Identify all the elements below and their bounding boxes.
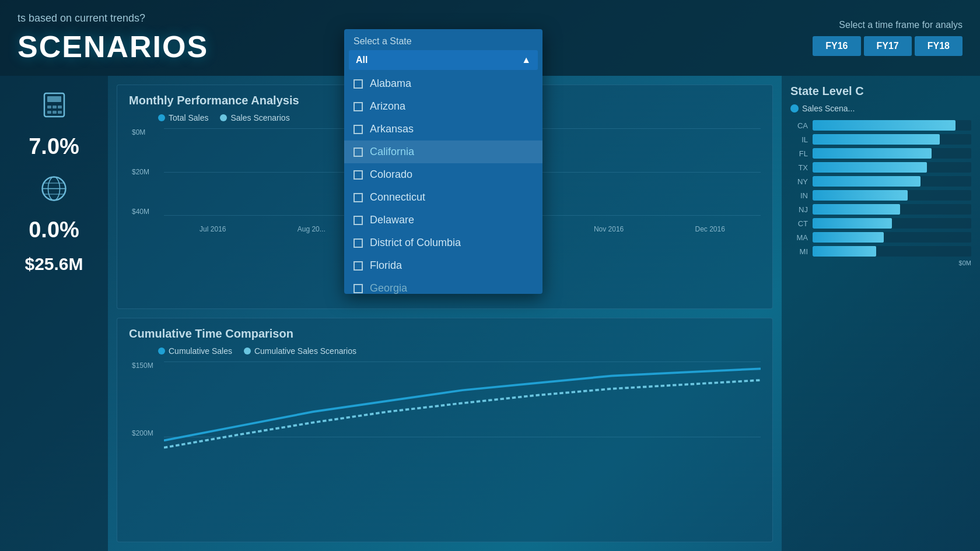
checkbox-arkansas[interactable] (354, 125, 363, 134)
state-text-colorado: Colorado (370, 169, 412, 181)
state-text-delaware: Delaware (370, 214, 414, 226)
dropdown-selected-value: All (356, 55, 522, 65)
state-text-arizona: Arizona (370, 100, 405, 113)
state-text-georgia: Georgia (370, 282, 407, 294)
state-item-colorado[interactable]: Colorado (344, 163, 542, 186)
state-item-florida[interactable]: Florida (344, 254, 542, 277)
state-text-alabama: Alabama (370, 78, 411, 90)
state-item-california[interactable]: California (344, 141, 542, 163)
state-text-arkansas: Arkansas (370, 123, 414, 135)
checkbox-alabama[interactable] (354, 79, 363, 89)
state-text-connecticut: Connecticut (370, 191, 425, 203)
dropdown-header: Select a State (344, 29, 542, 50)
state-text-dc: District of Columbia (370, 237, 461, 249)
state-item-arkansas[interactable]: Arkansas (344, 118, 542, 141)
state-item-alabama[interactable]: Alabama (344, 72, 542, 95)
checkbox-california[interactable] (354, 148, 363, 157)
dropdown-container: Select a State All ▲ Alabama Arizona Ark… (344, 29, 542, 294)
state-item-arizona[interactable]: Arizona (344, 95, 542, 118)
checkbox-florida[interactable] (354, 261, 363, 271)
dropdown-list[interactable]: Alabama Arizona Arkansas California Colo… (344, 72, 542, 294)
dropdown-overlay: Select a State All ▲ Alabama Arizona Ark… (0, 0, 980, 551)
dropdown-search-bar[interactable]: All ▲ (349, 50, 538, 70)
state-text-california: California (370, 146, 414, 158)
checkbox-arizona[interactable] (354, 102, 363, 111)
state-text-florida: Florida (370, 259, 402, 272)
checkbox-delaware[interactable] (354, 216, 363, 225)
state-item-dc[interactable]: District of Columbia (344, 231, 542, 254)
checkbox-georgia[interactable] (354, 284, 363, 293)
state-item-delaware[interactable]: Delaware (344, 209, 542, 231)
state-item-connecticut[interactable]: Connecticut (344, 186, 542, 209)
state-item-georgia[interactable]: Georgia (344, 277, 542, 294)
checkbox-dc[interactable] (354, 238, 363, 248)
dropdown-chevron-icon: ▲ (522, 55, 531, 65)
checkbox-connecticut[interactable] (354, 193, 363, 202)
checkbox-colorado[interactable] (354, 170, 363, 180)
